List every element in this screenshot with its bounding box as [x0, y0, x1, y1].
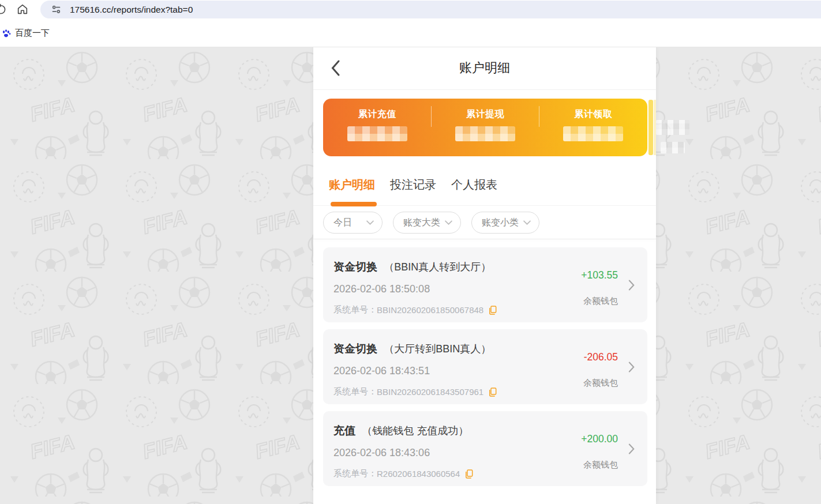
tab-personal-report[interactable]: 个人报表 [451, 177, 497, 193]
url-text[interactable]: 175616.cc/reports/index?tab=0 [70, 1, 193, 18]
summary-total-deposit: 累计充值 [323, 99, 431, 156]
transaction-amount: +200.00 [581, 433, 618, 445]
summary-label: 累计充值 [358, 108, 396, 121]
summary-label: 累计提现 [466, 108, 504, 121]
order-number: BBIN202602061843507961 [377, 387, 483, 397]
wallet-label: 余额钱包 [583, 460, 618, 471]
transaction-type: 资金切换 [333, 343, 377, 355]
order-label: 系统单号： [333, 468, 377, 479]
bookmark-baidu[interactable]: 百度一下 [1, 26, 50, 40]
banner-divider [431, 106, 432, 127]
transaction-title: 资金切换 （大厅转到BBIN真人） [333, 341, 491, 356]
transaction-order-row: 系统单号： R2602061843060564 [333, 468, 473, 479]
bookmark-label: 百度一下 [15, 28, 50, 39]
copy-icon[interactable] [464, 469, 473, 479]
redacted-value [347, 126, 407, 141]
transaction-amount: +103.55 [581, 269, 618, 281]
order-number: BBIN202602061850067848 [377, 305, 483, 315]
transaction-type: 充值 [333, 424, 355, 437]
account-detail-page: 账户明细 累计充值 累计提现 累计领取 账户明细 投注记录 个人报 [313, 47, 656, 504]
order-label: 系统单号： [333, 386, 377, 397]
transaction-datetime: 2026-02-06 18:43:51 [333, 365, 430, 377]
filter-label: 账变小类 [482, 217, 519, 229]
transaction-detail: （钱能钱包 充值成功） [362, 425, 468, 437]
summary-total-withdraw: 累计提现 [431, 99, 539, 156]
page-header: 账户明细 [313, 47, 656, 90]
wallet-label: 余额钱包 [583, 378, 618, 389]
transaction-title: 资金切换 （BBIN真人转到大厅） [333, 259, 491, 274]
banner-divider [539, 106, 539, 127]
chevron-down-icon [366, 220, 374, 225]
browser-toolbar: 175616.cc/reports/index?tab=0 [0, 0, 821, 19]
chevron-right-icon[interactable] [628, 362, 635, 373]
baidu-favicon [1, 28, 11, 38]
chevron-right-icon[interactable] [628, 443, 635, 454]
summary-banner: 累计充值 累计提现 累计领取 [323, 99, 647, 156]
transaction-title: 充值 （钱能钱包 充值成功） [333, 423, 468, 438]
chevron-down-icon [445, 220, 452, 225]
copy-icon[interactable] [488, 388, 497, 397]
transaction-row[interactable]: 资金切换 （BBIN真人转到大厅） 2026-02-06 18:50:08 系统… [323, 247, 647, 322]
report-tabs: 账户明细 投注记录 个人报表 [329, 177, 497, 193]
censor-patch [661, 142, 685, 153]
redacted-value [563, 126, 623, 141]
transaction-datetime: 2026-02-06 18:50:08 [333, 283, 430, 295]
active-tab-underline [331, 202, 377, 206]
chevron-right-icon[interactable] [628, 280, 635, 291]
date-filter-dropdown[interactable]: 今日 [323, 212, 383, 234]
transaction-order-row: 系统单号： BBIN202602061850067848 [333, 304, 497, 315]
panel-shadow-edge [313, 239, 656, 239]
site-settings-icon[interactable] [51, 5, 61, 14]
transaction-datetime: 2026-02-06 18:43:06 [333, 447, 430, 459]
next-banner-card-peek [654, 100, 656, 155]
wallet-label: 余额钱包 [583, 296, 618, 307]
summary-label: 累计领取 [574, 108, 612, 121]
filter-label: 账变大类 [403, 217, 440, 229]
transaction-row[interactable]: 充值 （钱能钱包 充值成功） 2026-02-06 18:43:06 系统单号：… [323, 411, 647, 486]
next-banner-card-peek [648, 100, 653, 155]
transaction-order-row: 系统单号： BBIN202602061843507961 [333, 386, 497, 397]
address-bar[interactable]: 175616.cc/reports/index?tab=0 [40, 1, 821, 18]
transaction-amount: -206.05 [584, 351, 618, 363]
summary-total-claimed: 累计领取 [539, 99, 647, 156]
minor-category-dropdown[interactable]: 账变小类 [471, 212, 539, 234]
tab-account-detail[interactable]: 账户明细 [329, 177, 375, 193]
tab-bet-records[interactable]: 投注记录 [390, 177, 436, 193]
copy-icon[interactable] [488, 306, 497, 315]
order-number: R2602061843060564 [377, 469, 460, 479]
transaction-row[interactable]: 资金切换 （大厅转到BBIN真人） 2026-02-06 18:43:51 系统… [323, 329, 647, 404]
order-label: 系统单号： [333, 304, 377, 315]
transaction-detail: （大厅转到BBIN真人） [384, 343, 491, 355]
page-title: 账户明细 [313, 47, 656, 89]
transaction-detail: （BBIN真人转到大厅） [384, 261, 491, 273]
reload-icon[interactable] [0, 3, 7, 16]
chevron-down-icon [523, 220, 531, 225]
filter-row: 今日 账变大类 账变小类 [323, 212, 539, 234]
bookmarks-bar: 百度一下 [0, 19, 821, 47]
redacted-value [455, 126, 515, 141]
home-icon[interactable] [16, 3, 29, 16]
filter-label: 今日 [333, 217, 352, 229]
screen: FIFA [0, 0, 821, 504]
transaction-type: 资金切换 [333, 261, 377, 273]
major-category-dropdown[interactable]: 账变大类 [393, 212, 461, 234]
censor-patch [656, 120, 689, 135]
